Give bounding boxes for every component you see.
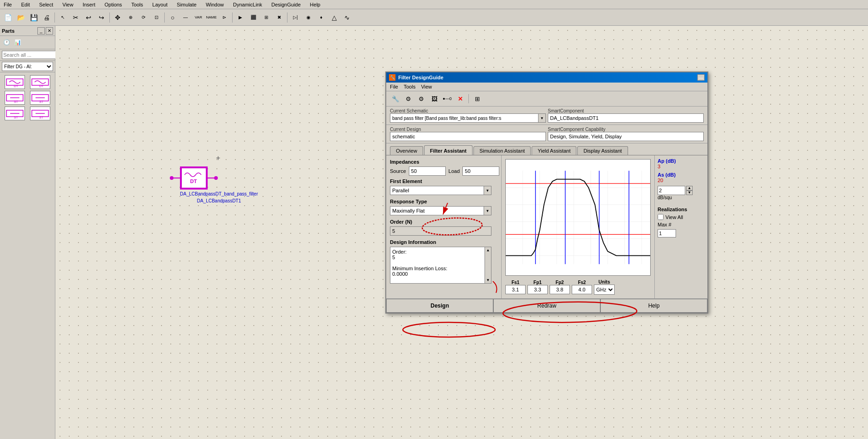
move-btn[interactable]: ✥ [112, 12, 124, 24]
sep1 [54, 12, 55, 23]
load-input[interactable] [462, 166, 499, 176]
menu-edit[interactable]: Edit [19, 1, 32, 8]
search-row: ▼ [0, 49, 55, 61]
units-select[interactable]: GHz MHz kHz Hz [594, 285, 615, 295]
sim4-btn[interactable]: ✖ [273, 12, 285, 24]
mirror-btn[interactable]: ⊕ [125, 12, 137, 24]
menu-view[interactable]: View [60, 1, 75, 8]
tab-display-assistant[interactable]: Display Assistant [577, 146, 628, 155]
parts-clock-icon[interactable]: 🕐 [2, 38, 11, 47]
save-btn[interactable]: 💾 [28, 12, 40, 24]
sim2-btn[interactable]: ⬛ [247, 12, 259, 24]
filter-select[interactable]: Filter DG - Al: [2, 62, 53, 71]
tab-overview[interactable]: Overview [390, 146, 423, 155]
parts-close-btn[interactable]: ✕ [46, 27, 53, 35]
sim1-btn[interactable]: ▶ [234, 12, 246, 24]
order-input[interactable] [390, 226, 491, 236]
dialog-tool-x[interactable]: ✕ [455, 93, 466, 104]
wire-btn[interactable]: — [180, 12, 192, 24]
menu-help[interactable]: Help [308, 1, 323, 8]
scroll-down[interactable]: ▼ [485, 278, 491, 283]
part-item-1[interactable]: DT [3, 75, 27, 89]
menu-layout[interactable]: Layout [150, 1, 169, 8]
scrollbar[interactable]: ▲ ▼ [485, 247, 491, 283]
schematic-dropdown-arrow[interactable]: ▼ [538, 114, 545, 122]
new-btn[interactable]: 📄 [2, 12, 14, 24]
as-section: As (dB) 20 [658, 172, 705, 183]
fs1-input[interactable] [505, 285, 526, 294]
open-btn[interactable]: 📂 [15, 12, 27, 24]
design-btn[interactable]: Design [386, 299, 493, 313]
select-btn[interactable]: ↖ [57, 12, 69, 24]
undo-btn[interactable]: ↩ [83, 12, 95, 24]
redraw-btn[interactable]: Redraw [493, 299, 600, 313]
view-all-checkbox[interactable] [658, 214, 664, 220]
dialog-tool-counter[interactable]: ●—0 [442, 93, 453, 104]
wire-dot-right [214, 176, 218, 180]
response-type-arrow[interactable]: ▼ [484, 207, 491, 215]
max-input[interactable] [658, 229, 676, 237]
sep3 [164, 12, 165, 23]
sim3-btn[interactable]: ⊞ [260, 12, 272, 24]
help-btn[interactable]: Help [600, 299, 707, 313]
fp1-input[interactable] [527, 285, 548, 294]
dialog-tool-wrench[interactable]: 🔧 [390, 93, 401, 104]
stepper-up[interactable]: ▲ [686, 186, 693, 190]
redo-btn[interactable]: ↪ [96, 12, 108, 24]
wave-btn[interactable]: ∿ [341, 12, 353, 24]
part-item-2[interactable]: DT [29, 75, 53, 89]
menu-dynamiclink[interactable]: DynamicLink [231, 1, 264, 8]
menu-options[interactable]: Options [102, 1, 124, 8]
var-btn[interactable]: VAR [192, 12, 204, 24]
part-item-3[interactable]: ST [3, 91, 27, 105]
menu-designguide[interactable]: DesignGuide [269, 1, 303, 8]
current-design-col: Current Design schematic [390, 127, 546, 141]
tab-yield-assistant[interactable]: Yield Assistant [532, 146, 576, 155]
menu-tools[interactable]: Tools [129, 1, 145, 8]
up-btn[interactable]: △ [328, 12, 340, 24]
dialog-menu-view[interactable]: View [421, 84, 432, 89]
scroll-up[interactable]: ▲ [485, 247, 491, 252]
stepper-down[interactable]: ▼ [686, 190, 693, 195]
source-input[interactable] [409, 166, 446, 176]
tab-simulation-assistant[interactable]: Simulation Assistant [473, 146, 531, 155]
rotate-btn[interactable]: ⟳ [138, 12, 150, 24]
dialog-tool-gear1[interactable]: ⚙ [403, 93, 414, 104]
name-btn[interactable]: NAME [205, 12, 217, 24]
response-type-label: Response Type [390, 199, 497, 204]
stretch-btn[interactable]: ⊡ [150, 12, 162, 24]
cut-btn[interactable]: ✂ [70, 12, 82, 24]
dialog-tool-gear2[interactable]: ⚙ [416, 93, 427, 104]
fs2-input[interactable] [572, 285, 592, 294]
menu-file[interactable]: File [2, 1, 14, 8]
dialog-menu-tools[interactable]: Tools [404, 84, 416, 89]
fp2-input[interactable] [550, 285, 570, 294]
stop-btn[interactable]: ◉ [302, 12, 314, 24]
parts-chart-icon[interactable]: 📊 [13, 38, 22, 47]
db-step-input[interactable] [658, 186, 685, 195]
first-element-arrow[interactable]: ▼ [484, 186, 491, 195]
port-btn[interactable]: ⊳ [218, 12, 230, 24]
menu-simulate[interactable]: Simulate [175, 1, 198, 8]
dialog-tool-grid[interactable]: ⊞ [472, 93, 483, 104]
dialog-menu-file[interactable]: File [390, 84, 398, 89]
view-all-label: View All [665, 214, 683, 220]
dialog-minimize-btn[interactable]: — [697, 74, 705, 81]
part-item-6[interactable]: ST [29, 107, 53, 120]
tab-filter-assistant[interactable]: Filter Assistant [424, 145, 473, 155]
freq-fp1: Fp1 [527, 280, 548, 294]
dialog-tool-image[interactable]: 🖼 [429, 93, 440, 104]
menu-insert[interactable]: Insert [81, 1, 97, 8]
menu-window[interactable]: Window [204, 1, 226, 8]
menu-select[interactable]: Select [37, 1, 55, 8]
print-btn[interactable]: 🖨 [41, 12, 53, 24]
parts-pin-btn[interactable]: _ [37, 27, 45, 35]
canvas-component[interactable]: DT DA_LCBandpassDT_band_pass_filter DA_L… [180, 166, 258, 203]
part-item-4[interactable]: ST [29, 91, 53, 105]
marker-btn[interactable]: ♦ [315, 12, 327, 24]
graph-panel: Fs1 Fp1 Fp2 Fs2 [502, 155, 654, 298]
ap-section: Ap (dB) 3 [658, 158, 705, 169]
run-btn[interactable]: ▷| [289, 12, 301, 24]
part-item-5[interactable]: ST [3, 107, 27, 120]
circle-btn[interactable]: ○ [167, 12, 179, 24]
